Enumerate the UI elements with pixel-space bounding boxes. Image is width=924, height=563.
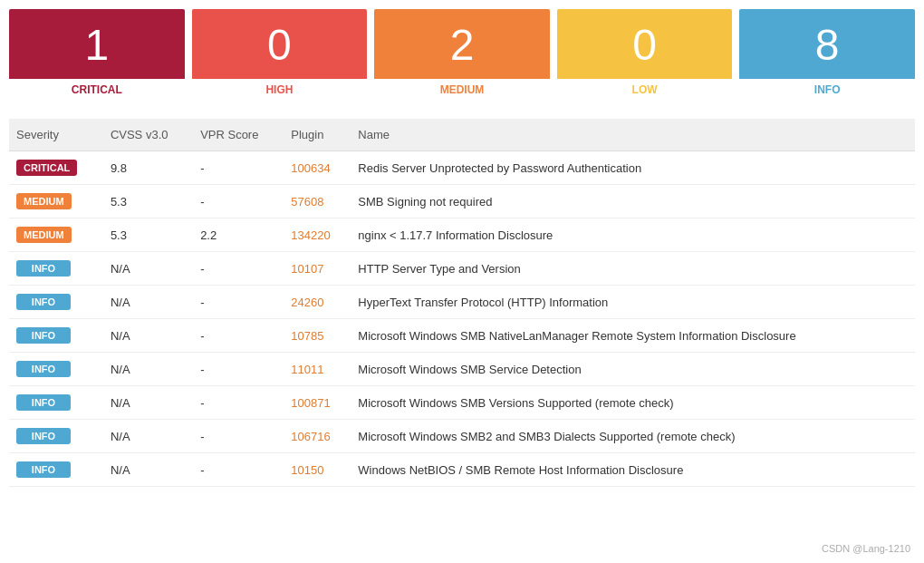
row-7-cvss: N/A: [103, 386, 193, 420]
info-count: 8: [739, 9, 915, 79]
row-2-cvss: 5.3: [103, 218, 193, 252]
row-9-plugin[interactable]: 10150: [284, 453, 351, 487]
row-7-name: Microsoft Windows SMB Versions Supported…: [351, 386, 915, 420]
low-label: LOW: [557, 79, 733, 101]
row-2-name: nginx < 1.17.7 Information Disclosure: [351, 218, 915, 252]
findings-table: SeverityCVSS v3.0VPR ScorePluginName CRI…: [9, 119, 915, 487]
row-2-severity: MEDIUM: [9, 218, 103, 252]
table-row: MEDIUM5.3-57608SMB Signing not required: [9, 185, 915, 218]
severity-badge: CRITICAL: [16, 160, 77, 176]
row-8-severity: INFO: [9, 420, 103, 453]
row-3-vpr: -: [193, 252, 284, 286]
row-7-severity: INFO: [9, 386, 103, 420]
table-row: INFON/A-10150Windows NetBIOS / SMB Remot…: [9, 453, 915, 487]
row-1-cvss: 5.3: [103, 185, 193, 218]
row-0-name: Redis Server Unprotected by Password Aut…: [351, 151, 915, 185]
severity-badge: INFO: [16, 260, 71, 277]
row-7-plugin[interactable]: 100871: [284, 386, 351, 420]
plugin-link[interactable]: 134220: [291, 228, 330, 242]
medium-count: 2: [374, 9, 550, 79]
row-0-vpr: -: [193, 151, 284, 185]
severity-badge: INFO: [16, 361, 71, 377]
col-header-3: Plugin: [284, 119, 351, 151]
row-8-plugin[interactable]: 106716: [284, 420, 351, 453]
row-3-cvss: N/A: [103, 252, 193, 286]
row-8-vpr: -: [193, 420, 284, 453]
col-header-1: CVSS v3.0: [103, 119, 193, 151]
row-6-plugin[interactable]: 11011: [284, 353, 351, 386]
severity-badge: INFO: [16, 327, 71, 344]
header-row: SeverityCVSS v3.0VPR ScorePluginName: [9, 119, 915, 151]
row-8-cvss: N/A: [103, 420, 193, 453]
row-8-name: Microsoft Windows SMB2 and SMB3 Dialects…: [351, 420, 915, 453]
row-7-vpr: -: [193, 386, 284, 420]
row-1-name: SMB Signing not required: [351, 185, 915, 218]
severity-badge: INFO: [16, 428, 71, 444]
table-row: INFON/A-11011Microsoft Windows SMB Servi…: [9, 353, 915, 386]
low-count: 0: [557, 9, 733, 79]
row-6-name: Microsoft Windows SMB Service Detection: [351, 353, 915, 386]
high-label: HIGH: [192, 79, 368, 101]
table-row: INFON/A-100871Microsoft Windows SMB Vers…: [9, 386, 915, 420]
row-0-plugin[interactable]: 100634: [284, 151, 351, 185]
row-3-name: HTTP Server Type and Version: [351, 252, 915, 286]
row-2-plugin[interactable]: 134220: [284, 218, 351, 252]
row-0-cvss: 9.8: [103, 151, 193, 185]
plugin-link[interactable]: 106716: [291, 430, 330, 443]
row-1-severity: MEDIUM: [9, 185, 103, 218]
row-4-cvss: N/A: [103, 286, 193, 319]
row-9-severity: INFO: [9, 453, 103, 487]
row-4-vpr: -: [193, 286, 284, 319]
plugin-link[interactable]: 10107: [291, 262, 323, 276]
info-label: INFO: [739, 79, 915, 101]
summary-card-high: 0HIGH: [192, 9, 368, 101]
row-5-vpr: -: [193, 319, 284, 353]
severity-badge: INFO: [16, 294, 71, 310]
row-4-name: HyperText Transfer Protocol (HTTP) Infor…: [351, 286, 915, 319]
plugin-link[interactable]: 24260: [291, 296, 323, 309]
row-1-vpr: -: [193, 185, 284, 218]
row-2-vpr: 2.2: [193, 218, 284, 252]
plugin-link[interactable]: 11011: [291, 363, 323, 376]
summary-card-medium: 2MEDIUM: [374, 9, 550, 101]
col-header-0: Severity: [9, 119, 103, 151]
row-3-plugin[interactable]: 10107: [284, 252, 351, 286]
row-5-severity: INFO: [9, 319, 103, 353]
row-6-vpr: -: [193, 353, 284, 386]
table-header: SeverityCVSS v3.0VPR ScorePluginName: [9, 119, 915, 151]
medium-label: MEDIUM: [374, 79, 550, 101]
severity-badge: MEDIUM: [16, 227, 72, 243]
row-9-cvss: N/A: [103, 453, 193, 487]
high-count: 0: [192, 9, 368, 79]
summary-card-info: 8INFO: [739, 9, 915, 101]
table-row: INFON/A-10107HTTP Server Type and Versio…: [9, 252, 915, 286]
severity-badge: INFO: [16, 461, 71, 478]
row-3-severity: INFO: [9, 252, 103, 286]
row-5-plugin[interactable]: 10785: [284, 319, 351, 353]
row-9-vpr: -: [193, 453, 284, 487]
table-body: CRITICAL9.8-100634Redis Server Unprotect…: [9, 151, 915, 487]
summary-card-low: 0LOW: [557, 9, 733, 101]
summary-bar: 1CRITICAL0HIGH2MEDIUM0LOW8INFO: [0, 0, 924, 110]
plugin-link[interactable]: 57608: [291, 195, 323, 209]
row-6-cvss: N/A: [103, 353, 193, 386]
plugin-link[interactable]: 10150: [291, 463, 323, 477]
col-header-4: Name: [351, 119, 915, 151]
table-section: SeverityCVSS v3.0VPR ScorePluginName CRI…: [0, 110, 924, 505]
row-6-severity: INFO: [9, 353, 103, 386]
col-header-2: VPR Score: [193, 119, 284, 151]
plugin-link[interactable]: 100634: [291, 161, 330, 175]
critical-count: 1: [9, 9, 185, 79]
row-4-severity: INFO: [9, 286, 103, 319]
row-0-severity: CRITICAL: [9, 151, 103, 185]
plugin-link[interactable]: 10785: [291, 329, 323, 343]
table-row: INFON/A-106716Microsoft Windows SMB2 and…: [9, 420, 915, 453]
row-1-plugin[interactable]: 57608: [284, 185, 351, 218]
severity-badge: MEDIUM: [16, 193, 72, 209]
row-9-name: Windows NetBIOS / SMB Remote Host Inform…: [351, 453, 915, 487]
row-4-plugin[interactable]: 24260: [284, 286, 351, 319]
table-row: CRITICAL9.8-100634Redis Server Unprotect…: [9, 151, 915, 185]
summary-card-critical: 1CRITICAL: [9, 9, 185, 101]
plugin-link[interactable]: 100871: [291, 396, 330, 410]
severity-badge: INFO: [16, 394, 71, 411]
